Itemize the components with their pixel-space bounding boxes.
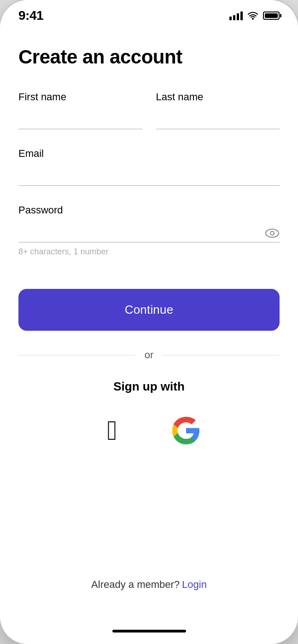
divider-line-right xyxy=(163,355,280,356)
home-indicator xyxy=(0,623,298,644)
phone-frame: 9:41 Create an account First name xyxy=(0,0,298,644)
divider: or xyxy=(18,349,280,361)
svg-point-0 xyxy=(266,229,279,237)
page-title: Create an account xyxy=(18,46,280,68)
password-input[interactable] xyxy=(18,223,280,242)
password-label: Password xyxy=(18,204,280,216)
apple-icon:  xyxy=(107,417,117,444)
social-icons-row:  xyxy=(18,412,280,449)
last-name-field: Last name xyxy=(156,91,280,129)
email-input[interactable] xyxy=(18,166,280,186)
continue-button[interactable]: Continue xyxy=(18,289,280,331)
main-content: Create an account First name Last name xyxy=(0,28,298,623)
already-member-section: Already a member? Login xyxy=(18,486,280,604)
status-bar: 9:41 xyxy=(0,0,298,28)
svg-point-1 xyxy=(270,231,274,235)
password-hint: 8+ characters, 1 number xyxy=(18,247,280,257)
google-sign-in-button[interactable] xyxy=(168,412,205,449)
first-name-input[interactable] xyxy=(18,109,142,129)
login-link[interactable]: Login xyxy=(182,579,207,591)
last-name-input[interactable] xyxy=(156,109,280,129)
eye-icon[interactable] xyxy=(265,228,280,239)
apple-sign-in-button[interactable]:  xyxy=(94,412,131,449)
signal-icon xyxy=(229,11,243,20)
last-name-label: Last name xyxy=(156,91,280,103)
home-bar xyxy=(112,630,186,632)
google-icon xyxy=(172,417,200,444)
status-time: 9:41 xyxy=(18,8,43,23)
battery-icon xyxy=(263,12,280,20)
email-label: Email xyxy=(18,148,280,160)
sign-up-with-label: Sign up with xyxy=(18,380,280,394)
registration-form: First name Last name Email xyxy=(18,91,280,275)
wifi-icon xyxy=(247,12,258,20)
password-field: Password 8+ characters, 1 number xyxy=(18,204,280,257)
divider-line-left xyxy=(18,355,135,356)
first-name-label: First name xyxy=(18,91,142,103)
email-field: Email xyxy=(18,148,280,186)
name-row: First name Last name xyxy=(18,91,280,129)
status-icons xyxy=(229,11,280,20)
divider-text: or xyxy=(145,349,154,361)
first-name-field: First name xyxy=(18,91,142,129)
already-member-text: Already a member? xyxy=(91,579,180,591)
